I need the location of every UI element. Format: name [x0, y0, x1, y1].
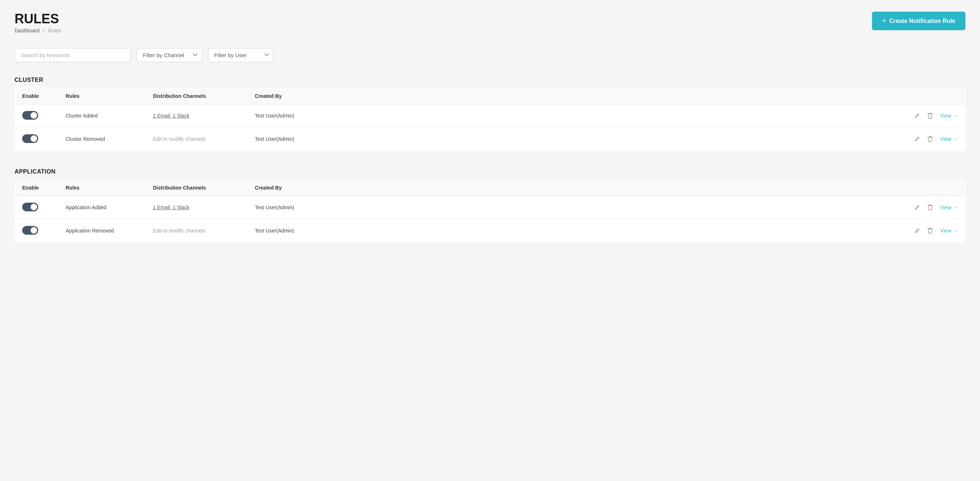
- view-link[interactable]: View →: [940, 113, 958, 119]
- created-by-cell: Test User(Admin): [248, 196, 335, 219]
- delete-icon[interactable]: [927, 112, 933, 119]
- create-button-label: Create Notification Rule: [889, 18, 955, 24]
- toggle-thumb: [30, 135, 37, 142]
- channels-cell: Edit to modify channels: [146, 127, 248, 151]
- view-link[interactable]: View →: [940, 136, 958, 142]
- title-block: RULES Dashboard / Rules: [14, 12, 61, 33]
- toggle-track: [22, 226, 38, 235]
- toggle-switch[interactable]: [22, 111, 38, 120]
- toggle-track: [22, 203, 38, 212]
- cluster-section: CLUSTER Enable Rules Distribution Channe…: [14, 77, 966, 151]
- create-notification-rule-button[interactable]: + Create Notification Rule: [872, 12, 966, 30]
- filters-bar: Filter by Channel Filter by User: [14, 48, 966, 62]
- edit-icon[interactable]: [914, 204, 920, 210]
- channel-link[interactable]: 1 Email, 1 Slack: [153, 204, 189, 210]
- channels-cell: 1 Email, 1 Slack: [146, 104, 248, 127]
- actions-group: View →: [342, 204, 958, 211]
- table-row: Cluster Added1 Email, 1 SlackTest User(A…: [15, 104, 966, 127]
- actions-group: View →: [342, 112, 958, 119]
- toggle-thumb: [30, 112, 37, 119]
- actions-cell: View →: [335, 219, 966, 242]
- page-header: RULES Dashboard / Rules + Create Notific…: [14, 12, 966, 33]
- application-col-channels: Distribution Channels: [146, 179, 248, 196]
- cluster-col-enable: Enable: [15, 88, 59, 104]
- cluster-col-created: Created By: [248, 88, 335, 104]
- toggle-track: [22, 134, 38, 143]
- delete-icon[interactable]: [927, 204, 933, 211]
- channel-link[interactable]: 1 Email, 1 Slack: [153, 113, 189, 119]
- plus-icon: +: [882, 17, 886, 25]
- edit-icon[interactable]: [914, 113, 920, 119]
- channels-cell: 1 Email, 1 Slack: [146, 196, 248, 219]
- edit-icon[interactable]: [914, 136, 920, 142]
- table-row: Application Added1 Email, 1 SlackTest Us…: [15, 196, 966, 219]
- toggle-thumb: [30, 227, 37, 234]
- page-title: RULES: [14, 12, 61, 26]
- actions-cell: View →: [335, 196, 966, 219]
- channels-cell: Edit to modify channels: [146, 219, 248, 242]
- rule-cell: Application Removed: [59, 219, 146, 242]
- user-filter-select[interactable]: Filter by User: [208, 48, 274, 62]
- application-col-actions: [335, 179, 966, 196]
- toggle-track: [22, 111, 38, 120]
- application-section-title: APPLICATION: [14, 169, 966, 175]
- created-by-cell: Test User(Admin): [248, 127, 335, 151]
- channel-muted: Edit to modify channels: [153, 228, 206, 234]
- cluster-table-header: Enable Rules Distribution Channels Creat…: [15, 88, 966, 104]
- application-table-header: Enable Rules Distribution Channels Creat…: [15, 179, 966, 196]
- breadcrumb: Dashboard / Rules: [14, 28, 61, 33]
- table-row: Cluster RemovedEdit to modify channelsTe…: [15, 127, 966, 151]
- enable-cell: [15, 196, 59, 219]
- view-link[interactable]: View →: [940, 204, 958, 210]
- actions-cell: View →: [335, 127, 966, 151]
- breadcrumb-current: Rules: [48, 28, 61, 33]
- enable-cell: [15, 104, 59, 127]
- application-col-created: Created By: [248, 179, 335, 196]
- actions-cell: View →: [335, 104, 966, 127]
- rule-cell: Cluster Removed: [59, 127, 146, 151]
- cluster-col-channels: Distribution Channels: [146, 88, 248, 104]
- application-table: Enable Rules Distribution Channels Creat…: [14, 179, 966, 243]
- created-by-cell: Test User(Admin): [248, 219, 335, 242]
- application-col-rules: Rules: [59, 179, 146, 196]
- actions-group: View →: [342, 136, 958, 142]
- cluster-col-rules: Rules: [59, 88, 146, 104]
- breadcrumb-home[interactable]: Dashboard: [14, 28, 40, 33]
- rule-cell: Cluster Added: [59, 104, 146, 127]
- breadcrumb-separator: /: [43, 28, 45, 33]
- toggle-switch[interactable]: [22, 134, 38, 143]
- enable-cell: [15, 127, 59, 151]
- delete-icon[interactable]: [927, 136, 933, 142]
- edit-icon[interactable]: [914, 228, 920, 234]
- cluster-col-actions: [335, 88, 966, 104]
- search-input[interactable]: [14, 48, 131, 62]
- cluster-section-title: CLUSTER: [14, 77, 966, 83]
- channel-muted: Edit to modify channels: [153, 136, 206, 142]
- toggle-switch[interactable]: [22, 203, 38, 212]
- view-link[interactable]: View →: [940, 228, 958, 234]
- created-by-cell: Test User(Admin): [248, 104, 335, 127]
- application-col-enable: Enable: [15, 179, 59, 196]
- channel-filter-select[interactable]: Filter by Channel: [137, 48, 202, 62]
- cluster-table: Enable Rules Distribution Channels Creat…: [14, 88, 966, 151]
- enable-cell: [15, 219, 59, 242]
- table-row: Application RemovedEdit to modify channe…: [15, 219, 966, 242]
- delete-icon[interactable]: [927, 228, 933, 234]
- toggle-switch[interactable]: [22, 226, 38, 235]
- application-section: APPLICATION Enable Rules Distribution Ch…: [14, 169, 966, 243]
- actions-group: View →: [342, 228, 958, 234]
- toggle-thumb: [30, 204, 37, 210]
- rule-cell: Application Added: [59, 196, 146, 219]
